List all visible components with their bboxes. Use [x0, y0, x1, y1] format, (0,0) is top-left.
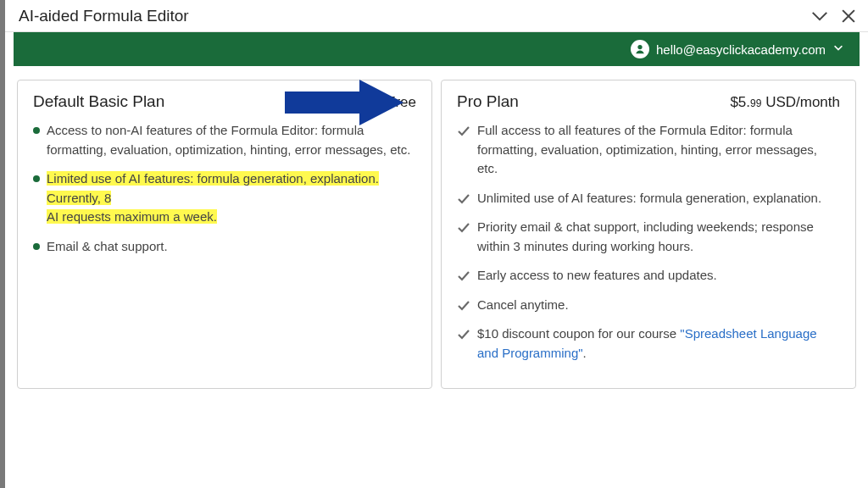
check-icon — [457, 221, 470, 235]
pro-feature-item: Early access to new features and updates… — [457, 266, 840, 286]
basic-plan-name: Default Basic Plan — [33, 92, 164, 111]
pro-feature-item: Unlimited use of AI features: formula ge… — [457, 189, 840, 208]
pro-feature-item: $10 discount coupon for our course "Spre… — [457, 324, 840, 363]
check-icon — [457, 299, 470, 313]
close-button[interactable] — [839, 7, 858, 25]
highlight-text: AI requests maximum a week. — [47, 209, 217, 224]
minimize-button[interactable] — [810, 7, 829, 25]
title-bar: AI-aided Formula Editor — [5, 0, 868, 32]
basic-feature-item-highlighted: Limited use of AI features: formula gene… — [33, 169, 416, 227]
basic-feature-item: Access to non-AI features of the Formula… — [33, 121, 416, 159]
feature-text: Access to non-AI features of the Formula… — [47, 121, 416, 159]
price-suffix: USD/month — [761, 94, 840, 110]
price-cents: 99 — [750, 97, 761, 109]
pro-plan-name: Pro Plan — [457, 92, 519, 111]
highlight-text: Limited use of AI features: formula gene… — [47, 171, 379, 205]
basic-plan-card: Default Basic Plan Free Access to non-AI… — [17, 80, 432, 389]
bullet-icon — [33, 243, 40, 250]
svg-point-2 — [637, 45, 642, 49]
feature-text: Unlimited use of AI features: formula ge… — [477, 189, 821, 208]
pro-feature-item: Full access to all features of the Formu… — [457, 121, 840, 179]
basic-plan-header: Default Basic Plan Free — [33, 92, 416, 111]
pro-feature-item: Cancel anytime. — [457, 296, 840, 315]
bullet-icon — [33, 175, 40, 182]
bullet-icon — [33, 127, 40, 134]
check-icon — [457, 269, 470, 283]
price-whole: $5. — [730, 94, 750, 110]
account-menu[interactable]: hello@easyclickacademy.com — [631, 40, 844, 58]
avatar-icon — [631, 40, 649, 58]
check-icon — [457, 192, 470, 206]
app-window: AI-aided Formula Editor hello@easyclicka… — [0, 0, 868, 488]
pro-feature-list: Full access to all features of the Formu… — [457, 121, 840, 363]
basic-feature-item: Email & chat support. — [33, 237, 416, 257]
feature-text: Limited use of AI features: formula gene… — [47, 169, 416, 227]
pro-feature-item: Priority email & chat support, including… — [457, 218, 840, 256]
feature-text: Cancel anytime. — [477, 296, 569, 315]
plans-container: Default Basic Plan Free Access to non-AI… — [5, 66, 868, 389]
window-controls — [810, 7, 858, 25]
check-icon — [457, 125, 470, 138]
feature-text-post: . — [583, 346, 587, 360]
basic-feature-list: Access to non-AI features of the Formula… — [33, 121, 416, 256]
page-title: AI-aided Formula Editor — [19, 7, 189, 25]
feature-text: Early access to new features and updates… — [477, 266, 717, 286]
feature-text: Email & chat support. — [47, 237, 168, 257]
pro-plan-header: Pro Plan $5.99 USD/month — [457, 92, 840, 111]
feature-text: Priority email & chat support, including… — [477, 218, 840, 256]
pro-plan-card: Pro Plan $5.99 USD/month Full access to … — [441, 80, 856, 389]
account-email: hello@easyclickacademy.com — [656, 42, 826, 57]
basic-plan-price: Free — [387, 94, 416, 111]
feature-text: $10 discount coupon for our course "Spre… — [477, 324, 840, 363]
pro-plan-price: $5.99 USD/month — [730, 94, 840, 111]
check-icon — [457, 328, 470, 341]
feature-text: Full access to all features of the Formu… — [477, 121, 840, 179]
account-bar: hello@easyclickacademy.com — [14, 32, 860, 66]
chevron-down-icon — [832, 42, 844, 57]
feature-text-pre: $10 discount coupon for our course — [477, 326, 680, 341]
